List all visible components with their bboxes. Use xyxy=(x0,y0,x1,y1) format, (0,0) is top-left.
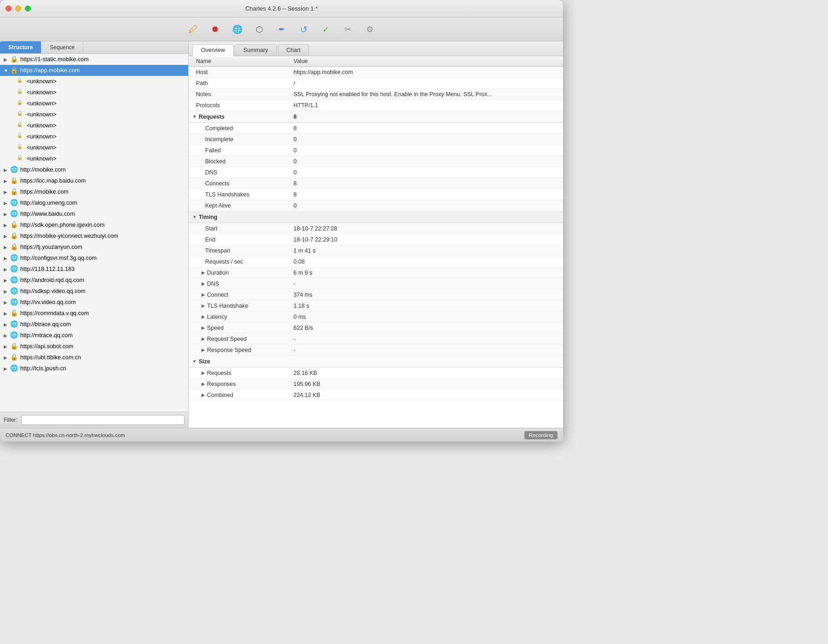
chevron-right-icon: ▶ xyxy=(201,347,205,352)
row-responses-size[interactable]: ▶Responses 195.96 KB xyxy=(189,379,563,390)
check-button[interactable]: ✓ xyxy=(316,21,335,38)
stop-icon: ⬡ xyxy=(256,24,263,34)
refresh-button[interactable]: ↺ xyxy=(294,21,313,38)
row-incomplete: Incomplete 0 xyxy=(189,134,563,145)
row-duration[interactable]: ▶Duration 6 m 9 s xyxy=(189,267,563,278)
tree-item-4[interactable]: ▶ 🔒 https://loc.map.baidu.com xyxy=(0,175,188,186)
tree-item-2-1[interactable]: 🔒 <unknown> xyxy=(0,76,188,87)
maximize-button[interactable] xyxy=(25,6,31,12)
tree-item-3[interactable]: ▶ 🌐 http://mobike.com xyxy=(0,164,188,175)
globe-icon: 🌐 xyxy=(10,210,18,218)
tree-item-9[interactable]: ▶ 🔒 https://mobike-yiconnect.wezhuiyi.co… xyxy=(0,230,188,242)
tree-item-21[interactable]: ▶ 🌐 http://tcis.jpush.cn xyxy=(0,363,188,374)
tree-item-19[interactable]: ▶ 🔒 https://api.sobot.com xyxy=(0,341,188,352)
row-requests-size[interactable]: ▶Requests 28.16 KB xyxy=(189,368,563,379)
tree-item-18[interactable]: ▶ 🌐 http://mtrace.qq.com xyxy=(0,330,188,341)
left-panel: Structure Sequence ▶ 🔒 https://1-static.… xyxy=(0,41,189,428)
row-speed[interactable]: ▶Speed 622 B/s xyxy=(189,322,563,334)
row-response-speed[interactable]: ▶Response Speed - xyxy=(189,345,563,356)
row-connect[interactable]: ▶Connect 374 ms xyxy=(189,289,563,300)
row-name-failed: Failed xyxy=(189,145,290,155)
right-panel: Overview Summary Chart Name Value Host h… xyxy=(189,41,563,428)
tree-item-17[interactable]: ▶ 🌐 http://btrace.qq.com xyxy=(0,319,188,330)
row-value-request-speed: - xyxy=(290,334,563,344)
chevron-right-icon: ▶ xyxy=(4,57,10,62)
tab-sequence[interactable]: Sequence xyxy=(41,41,83,53)
status-bar: CONNECT https://obs.cn-north-2.myhwcloud… xyxy=(0,428,563,442)
section-requests[interactable]: ▼ Requests 8 xyxy=(189,111,563,123)
chevron-right-icon: ▶ xyxy=(201,281,205,286)
filter-input[interactable] xyxy=(21,415,184,425)
chevron-right-icon: ▶ xyxy=(4,333,10,338)
chevron-right-icon: ▶ xyxy=(201,270,205,275)
row-request-speed[interactable]: ▶Request Speed - xyxy=(189,334,563,345)
lock-icon: 🔒 xyxy=(10,221,18,229)
section-timing[interactable]: ▼ Timing xyxy=(189,211,563,223)
tree-item-2[interactable]: ▼ 🔒 https://app.mobike.com xyxy=(0,65,188,76)
refresh-icon: ↺ xyxy=(300,24,308,35)
stop-button[interactable]: ⬡ xyxy=(250,21,269,38)
section-size[interactable]: ▼ Size xyxy=(189,356,563,368)
tab-structure[interactable]: Structure xyxy=(0,41,41,53)
row-latency[interactable]: ▶Latency 0 ms xyxy=(189,311,563,322)
row-combined-size[interactable]: ▶Combined 224.12 KB xyxy=(189,390,563,401)
tree-item-15[interactable]: ▶ 🌐 http://vv.video.qq.com xyxy=(0,297,188,308)
summary-table[interactable]: Name Value Host https://app.mobike.com P… xyxy=(189,56,563,428)
tree-item-label: http://alog.umeng.com xyxy=(20,200,184,206)
tree-item-2-7[interactable]: 🔒 <unknown> xyxy=(0,142,188,153)
row-dns-req: DNS 0 xyxy=(189,167,563,178)
tree-item-20[interactable]: ▶ 🔒 https://ubt.ttbike.com.cn xyxy=(0,352,188,363)
row-name-responses-size: ▶Responses xyxy=(189,379,290,389)
throttle-button[interactable]: 🌐 xyxy=(228,21,247,38)
lock-icon: 🔒 xyxy=(17,144,25,152)
tree-item-label: http://btrace.qq.com xyxy=(20,321,184,328)
chevron-right-icon: ▶ xyxy=(4,178,10,184)
tree-item-12[interactable]: ▶ 🌐 http://118.112.11.183 xyxy=(0,264,188,275)
row-value-connect: 374 ms xyxy=(290,290,563,300)
tree-item-6[interactable]: ▶ 🌐 http://alog.umeng.com xyxy=(0,197,188,208)
tree-item-13[interactable]: ▶ 🌐 http://android.rqd.qq.com xyxy=(0,275,188,286)
tree-item-label: http://sdksp.video.qq.com xyxy=(20,288,184,294)
tree-item-2-4[interactable]: 🔒 <unknown> xyxy=(0,109,188,120)
row-value-timespan: 1 m 41 s xyxy=(290,246,563,256)
row-name-path: Path xyxy=(189,78,290,88)
chevron-right-icon: ▶ xyxy=(4,223,10,228)
row-dns[interactable]: ▶DNS - xyxy=(189,278,563,289)
tree-item-14[interactable]: ▶ 🌐 http://sdksp.video.qq.com xyxy=(0,286,188,297)
tree-item-2-6[interactable]: 🔒 <unknown> xyxy=(0,131,188,142)
row-protocols: Protocols HTTP/1.1 xyxy=(189,100,563,111)
close-button[interactable] xyxy=(6,6,12,12)
tab-summary[interactable]: Summary xyxy=(235,44,276,56)
tree-item-label: http://118.112.11.183 xyxy=(20,266,184,272)
breakpoint-button[interactable]: ✒ xyxy=(272,21,291,38)
tools-button[interactable]: ✂ xyxy=(338,21,357,38)
tree-container[interactable]: ▶ 🔒 https://1-static.mobike.com ▼ 🔒 http… xyxy=(0,54,188,412)
chevron-right-icon: ▶ xyxy=(4,267,10,272)
tree-item-5[interactable]: ▶ 🔒 https://mobike.com xyxy=(0,186,188,197)
tree-item-10[interactable]: ▶ 🔒 https://tj.youzanyun.com xyxy=(0,242,188,253)
lock-icon: 🔒 xyxy=(10,353,18,362)
record-button[interactable]: ⏺ xyxy=(206,21,225,38)
tree-item-1[interactable]: ▶ 🔒 https://1-static.mobike.com xyxy=(0,54,188,65)
tree-item-7[interactable]: ▶ 🌐 http://www.baidu.com xyxy=(0,208,188,219)
row-tls-handshake[interactable]: ▶TLS Handshake 1.18 s xyxy=(189,300,563,311)
tree-item-11[interactable]: ▶ 🌐 http://configsvr.msf.3g.qq.com xyxy=(0,253,188,264)
tree-item-2-3[interactable]: 🔒 <unknown> xyxy=(0,98,188,109)
tree-item-2-5[interactable]: 🔒 <unknown> xyxy=(0,120,188,131)
pen-tool-button[interactable]: 🖊 xyxy=(184,21,203,38)
chevron-down-icon: ▼ xyxy=(192,114,197,119)
tree-item-16[interactable]: ▶ 🔒 https://commdata.v.qq.com xyxy=(0,308,188,319)
tree-item-8[interactable]: ▶ 🔒 http://sdk.open.phone.igexin.com xyxy=(0,219,188,230)
tree-item-2-2[interactable]: 🔒 <unknown> xyxy=(0,87,188,98)
minimize-button[interactable] xyxy=(15,6,21,12)
row-value-duration: 6 m 9 s xyxy=(290,268,563,278)
lock-icon: 🔒 xyxy=(17,132,25,141)
row-connects: Connects 8 xyxy=(189,178,563,189)
chevron-right-icon: ▶ xyxy=(201,325,205,330)
filter-label: Filter: xyxy=(4,417,17,423)
tab-chart[interactable]: Chart xyxy=(278,44,310,56)
tree-item-label: https://loc.map.baidu.com xyxy=(20,178,184,184)
tree-item-2-8[interactable]: 🔒 <unknown> xyxy=(0,153,188,164)
settings-button[interactable]: ⚙ xyxy=(360,21,380,38)
tab-overview[interactable]: Overview xyxy=(192,44,234,56)
